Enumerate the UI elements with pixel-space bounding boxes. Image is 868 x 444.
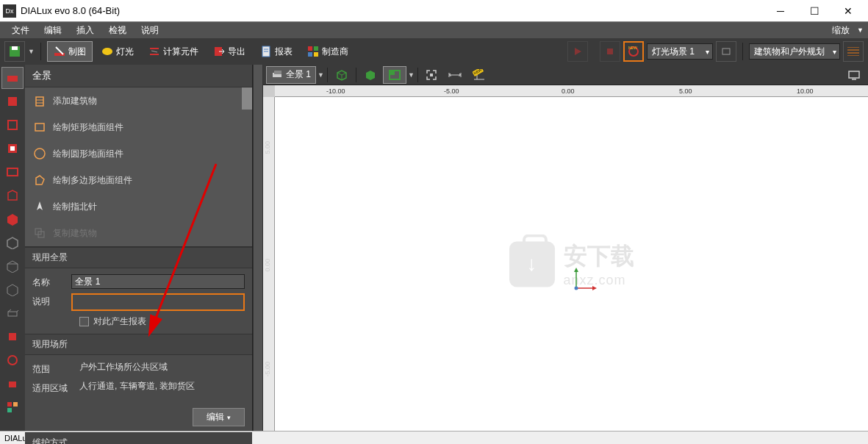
svg-point-3 [102,48,112,55]
rail-btn-4[interactable] [1,137,24,160]
view-button[interactable] [716,41,736,62]
svg-rect-23 [7,76,18,82]
item-draw-polygon[interactable]: 绘制多边形地面组件 [25,167,252,193]
menu-view[interactable]: 检视 [101,24,134,37]
tab-light[interactable]: 灯光 [96,41,140,62]
input-description[interactable] [71,293,245,311]
view-fit-button[interactable] [421,66,442,84]
rail-btn-8[interactable] [1,232,24,254]
grid-icon [307,46,319,57]
label-name: 名称 [32,274,65,289]
chevron-down-icon: ▼ [857,26,864,34]
building-icon [32,93,47,108]
monitor-button[interactable] [843,66,865,84]
scene-dropdown[interactable]: 灯光场景 1 [647,43,713,60]
svg-point-43 [35,148,45,159]
svg-text:NEW: NEW [628,46,637,50]
menubar: 文件 编辑 插入 检视 说明 缩放 ▼ [0,22,868,38]
svg-rect-30 [8,312,17,316]
rail-btn-3[interactable] [1,114,24,136]
stop-button[interactable] [600,41,620,62]
view-measure-button[interactable] [443,66,467,84]
svg-rect-28 [7,168,18,176]
ruler-vertical: 5.00 0.00 -5.00 [263,97,275,431]
scrollbar-thumb[interactable] [242,87,252,110]
value-scope: 户外工作场所公共区域 [79,361,245,373]
scene-button[interactable]: 全景 1 [266,66,316,84]
item-draw-circle[interactable]: 绘制圆形地面组件 [25,140,252,167]
document-icon [260,46,272,57]
maximize-button[interactable]: ☐ [797,0,831,22]
svg-rect-37 [13,402,18,407]
chevron-down-icon: ▾ [227,414,231,421]
item-add-building[interactable]: 添加建筑物 [25,87,252,114]
chevron-down-icon[interactable]: ▼ [28,48,35,55]
lamp-icon [101,46,113,57]
menu-help[interactable]: 说明 [134,24,166,37]
grid-toggle-button[interactable] [843,41,864,62]
svg-rect-12 [314,46,318,51]
rail-btn-10[interactable] [1,279,24,301]
view-3d-button[interactable] [331,66,353,84]
view-plan-button[interactable] [383,66,406,84]
view-new-button[interactable]: NEW [468,66,492,84]
minimize-button[interactable]: ─ [764,0,797,22]
svg-rect-27 [10,146,15,151]
rail-btn-6[interactable] [1,185,24,207]
rail-btn-13[interactable] [1,349,24,371]
rail-btn-12[interactable] [1,326,24,348]
svg-rect-24 [8,97,17,106]
item-draw-compass[interactable]: 绘制指北针 [25,193,252,220]
item-draw-rect[interactable]: 绘制矩形地面组件 [25,114,252,140]
menu-file[interactable]: 文件 [4,24,37,37]
svg-rect-54 [430,74,433,76]
panel-collapse-strip[interactable] [253,65,263,431]
chevron-down-icon[interactable]: ▼ [318,71,324,79]
viewport: 全景 1 ▼ ▼ NEW -10.00 -5.00 0.00 5.00 10.0 [263,65,868,431]
svg-line-6 [151,51,157,52]
svg-rect-39 [36,97,43,106]
rail-btn-11[interactable] [1,302,24,324]
tab-construction[interactable]: 制图 [47,41,93,62]
svg-rect-53 [390,71,395,75]
play-button[interactable] [567,41,588,62]
save-button[interactable] [4,41,25,62]
menu-edit[interactable]: 编辑 [37,24,69,37]
view-solid-button[interactable] [359,66,381,84]
edit-button[interactable]: 编辑▾ [193,408,245,426]
rail-btn-15[interactable] [1,396,24,418]
tab-report[interactable]: 报表 [254,41,298,62]
rail-btn-2[interactable] [1,90,24,112]
rail-btn-7[interactable] [1,208,24,230]
tab-calculation[interactable]: 计算元件 [143,41,204,62]
rail-btn-1[interactable] [1,67,24,89]
canvas[interactable]: 安下载 anxz.com [275,97,868,431]
circle-icon [32,146,47,161]
section-body-2: 范围 户外工作场所公共区域 适用区域 人行通道, 车辆弯道, 装卸货区 [25,355,252,405]
value-area: 人行通道, 车辆弯道, 装卸货区 [79,380,245,393]
close-button[interactable]: ✕ [831,0,865,22]
panel-title: 全景 [25,65,252,87]
rail-btn-5[interactable] [1,161,24,183]
svg-rect-25 [8,121,17,129]
plan-dropdown[interactable]: 建筑物和户外规划 [749,43,840,60]
input-name[interactable] [71,274,245,289]
svg-rect-35 [9,382,16,387]
rail-btn-14[interactable] [1,373,24,395]
svg-rect-18 [722,49,730,54]
section-active-site: 现用场所 [25,334,252,355]
rail-btn-9[interactable] [1,255,24,277]
tab-export[interactable]: 导出 [207,41,251,62]
new-gear-button[interactable]: NEW [623,41,644,62]
menu-insert[interactable]: 插入 [69,24,101,37]
panel-list: 添加建筑物 绘制矩形地面组件 绘制圆形地面组件 绘制多边形地面组件 绘制指北针 … [25,87,252,247]
checkbox-report[interactable]: 对此产生报表 [79,315,245,328]
svg-rect-15 [607,49,613,54]
layers-icon [271,68,283,81]
checkbox-icon [79,317,89,326]
menu-zoom[interactable]: 缩放 [825,24,857,37]
chevron-down-icon[interactable]: ▼ [408,71,415,79]
tab-manufacturer[interactable]: 制造商 [301,41,354,62]
download-icon [509,241,555,287]
svg-rect-42 [35,123,44,131]
